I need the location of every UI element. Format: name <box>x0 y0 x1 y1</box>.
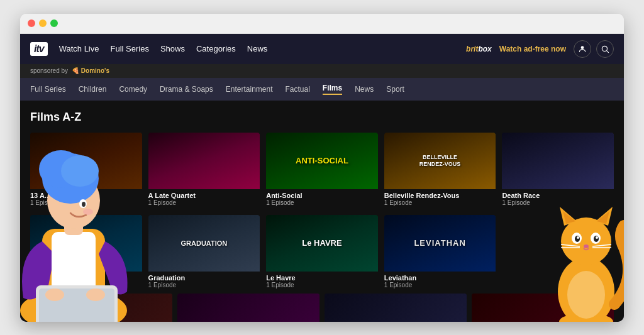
itv-logo: itv <box>30 42 48 56</box>
nav-left: itv Watch Live Full Series Shows Categor… <box>30 42 267 56</box>
film-title-graduation: Graduation <box>148 274 260 282</box>
film-thumbnail-quartet <box>148 133 260 189</box>
svg-point-12 <box>82 202 86 207</box>
svg-point-17 <box>45 288 64 301</box>
nav-right: britbox Watch ad-free now <box>466 40 614 58</box>
tab-films[interactable]: Films <box>323 84 342 95</box>
film-episodes-lehavre: 1 Episode <box>266 282 378 288</box>
film-overlay-leviathan: LEVIATHAN <box>414 238 465 248</box>
film-info-leviathan: Leviathan 1 Episode <box>384 272 496 291</box>
tab-children[interactable]: Children <box>79 85 107 94</box>
tab-full-series[interactable]: Full Series <box>30 85 66 94</box>
svg-point-0 <box>581 46 584 49</box>
svg-point-29 <box>577 236 579 239</box>
watch-adfree-label: Watch ad-free now <box>499 45 566 53</box>
film-info-lehavre: Le Havre 1 Episode <box>266 272 378 291</box>
sponsor-label: sponsored by <box>30 67 68 74</box>
film-title-belleville: Belleville Rendez-Vous <box>384 192 496 199</box>
film-info-graduation: Graduation 1 Episode <box>148 272 260 291</box>
strip-thumb-feelthenoice[interactable]: FEEL THE NOISE <box>177 294 319 322</box>
maximize-button[interactable] <box>50 19 58 27</box>
svg-point-1 <box>602 46 607 51</box>
film-episodes-quartet: 1 Episode <box>148 199 260 206</box>
film-thumbnail-antisocial: ANTI-SOCIAL <box>266 133 378 189</box>
svg-point-10 <box>61 155 99 187</box>
character-person <box>20 103 143 322</box>
film-thumbnail-lehavre: Le HAVRE <box>266 215 378 272</box>
svg-point-30 <box>596 236 598 239</box>
film-title-lehavre: Le Havre <box>266 274 378 282</box>
tab-sport[interactable]: Sport <box>386 85 404 94</box>
nav-link-shows[interactable]: Shows <box>160 44 185 53</box>
tab-news[interactable]: News <box>355 85 374 94</box>
account-icon[interactable] <box>574 40 591 58</box>
nav-link-watchlive[interactable]: Watch Live <box>59 44 99 53</box>
film-episodes-graduation: 1 Episode <box>148 282 260 288</box>
film-card-graduation[interactable]: GRADUATION Graduation 1 Episode <box>148 215 260 291</box>
top-navigation: itv Watch Live Full Series Shows Categor… <box>20 34 624 64</box>
film-thumbnail-graduation: GRADUATION <box>148 215 260 272</box>
film-info-belleville: Belleville Rendez-Vous 1 Episode <box>384 189 496 209</box>
minimize-button[interactable] <box>39 19 47 27</box>
browser-window: itv Watch Live Full Series Shows Categor… <box>20 14 624 322</box>
dominos-logo: 🍕 Domino's <box>72 67 109 74</box>
film-card-quartet[interactable]: A Late Quartet 1 Episode <box>148 133 260 209</box>
film-overlay-belleville: BELLEVILLERENDEZ-VOUS <box>419 154 461 168</box>
film-overlay-antisocial: ANTI-SOCIAL <box>296 156 348 165</box>
svg-line-2 <box>607 50 609 52</box>
film-thumbnail-belleville: BELLEVILLERENDEZ-VOUS <box>384 133 496 189</box>
nav-link-categories[interactable]: Categories <box>196 44 236 53</box>
film-info-antisocial: Anti-Social 1 Episode <box>266 189 378 209</box>
strip-thumb-broadchurch[interactable]: BROADCHURCH <box>325 294 467 322</box>
film-overlay-graduation: GRADUATION <box>181 239 228 247</box>
sponsor-bar: sponsored by 🍕 Domino's <box>20 64 624 78</box>
film-info-quartet: A Late Quartet 1 Episode <box>148 189 260 209</box>
film-episodes-belleville: 1 Episode <box>384 199 496 206</box>
film-card-leviathan[interactable]: LEVIATHAN Leviathan 1 Episode <box>384 215 496 291</box>
film-episodes-leviathan: 1 Episode <box>384 282 496 288</box>
itv-website: itv Watch Live Full Series Shows Categor… <box>20 34 624 322</box>
britbox-logo: britbox <box>466 45 492 53</box>
svg-point-13 <box>83 209 93 215</box>
tab-factual[interactable]: Factual <box>286 85 310 94</box>
nav-link-news[interactable]: News <box>247 44 268 53</box>
film-card-lehavre[interactable]: Le HAVRE Le Havre 1 Episode <box>266 215 378 291</box>
browser-titlebar <box>20 14 624 34</box>
tab-entertainment[interactable]: Entertainment <box>226 85 273 94</box>
svg-point-18 <box>86 288 105 301</box>
film-title-antisocial: Anti-Social <box>266 192 378 199</box>
nav-icons <box>574 40 614 58</box>
film-overlay-lehavre: Le HAVRE <box>302 238 341 248</box>
secondary-navigation: Full Series Children Comedy Drama & Soap… <box>20 78 624 101</box>
film-title-leviathan: Leviathan <box>384 274 496 282</box>
tab-drama-soaps[interactable]: Drama & Soaps <box>160 85 213 94</box>
tab-comedy[interactable]: Comedy <box>119 85 147 94</box>
film-title-quartet: A Late Quartet <box>148 192 260 199</box>
film-card-antisocial[interactable]: ANTI-SOCIAL Anti-Social 1 Episode <box>266 133 378 209</box>
film-card-belleville[interactable]: BELLEVILLERENDEZ-VOUS Belleville Rendez-… <box>384 133 496 209</box>
svg-point-20 <box>561 217 611 265</box>
svg-point-36 <box>567 271 605 319</box>
film-episodes-antisocial: 1 Episode <box>266 199 378 206</box>
character-cat <box>542 166 624 322</box>
search-icon[interactable] <box>596 40 614 58</box>
film-thumbnail-leviathan: LEVIATHAN <box>384 215 496 272</box>
close-button[interactable] <box>28 19 35 27</box>
nav-link-fullseries[interactable]: Full Series <box>111 44 149 53</box>
svg-point-31 <box>584 244 589 248</box>
